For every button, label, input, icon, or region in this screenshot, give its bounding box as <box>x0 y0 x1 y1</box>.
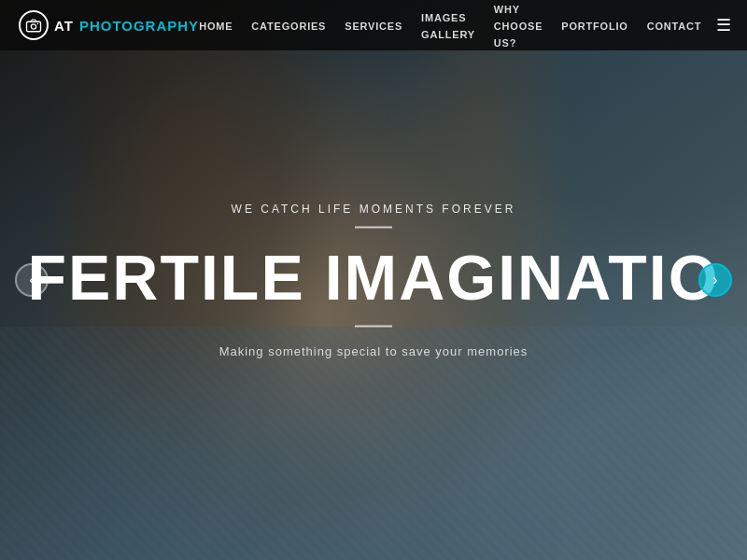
arrow-left-icon: ‹ <box>29 272 34 288</box>
nav-item-gallery[interactable]: IMAGES GALLERY <box>421 8 475 42</box>
nav-links: HOME CATEGORIES SERVICES IMAGES GALLERY … <box>199 0 701 50</box>
arrow-right-icon: › <box>712 272 717 288</box>
nav-link-portfolio[interactable]: PORTFOLIO <box>561 21 627 32</box>
nav-item-categories[interactable]: CATEGORIES <box>251 17 326 34</box>
nav-item-home[interactable]: HOME <box>199 17 233 34</box>
nav-link-contact[interactable]: CONTACT <box>647 21 702 32</box>
hero-subtitle: Making something special to save your me… <box>19 344 728 358</box>
hero-content: WE CATCH LIFE MOMENTS FOREVER FERTILE IM… <box>0 203 747 358</box>
hamburger-icon[interactable]: ☰ <box>716 15 731 35</box>
svg-rect-0 <box>27 21 41 32</box>
nav-link-categories[interactable]: CATEGORIES <box>251 21 326 32</box>
nav-item-contact[interactable]: CONTACT <box>647 17 702 34</box>
logo-link[interactable]: AT PHOTOGRAPHY <box>19 10 199 40</box>
slider-next-button[interactable]: › <box>698 263 732 297</box>
nav-link-why[interactable]: WHY CHOOSE US? <box>494 4 543 49</box>
svg-point-1 <box>31 24 35 29</box>
logo-photography: PHOTOGRAPHY <box>79 18 199 34</box>
hero-title: FERTILE IMAGINATIO <box>19 245 728 309</box>
nav-item-services[interactable]: SERVICES <box>345 17 402 34</box>
nav-link-gallery[interactable]: IMAGES GALLERY <box>421 12 475 40</box>
hero-divider-bottom <box>355 326 392 328</box>
nav-link-home[interactable]: HOME <box>199 21 233 32</box>
nav-item-portfolio[interactable]: PORTFOLIO <box>561 17 627 34</box>
hero-section: AT PHOTOGRAPHY HOME CATEGORIES SERVICES … <box>0 0 747 560</box>
logo-at: AT <box>54 18 74 34</box>
nav-link-services[interactable]: SERVICES <box>345 21 402 32</box>
navbar: AT PHOTOGRAPHY HOME CATEGORIES SERVICES … <box>0 0 747 50</box>
hero-divider-top <box>355 227 392 229</box>
slider-prev-button[interactable]: ‹ <box>15 263 49 297</box>
svg-point-2 <box>37 23 39 25</box>
nav-item-why[interactable]: WHY CHOOSE US? <box>494 0 543 50</box>
hero-tagline: WE CATCH LIFE MOMENTS FOREVER <box>19 203 728 216</box>
camera-icon <box>19 10 49 40</box>
